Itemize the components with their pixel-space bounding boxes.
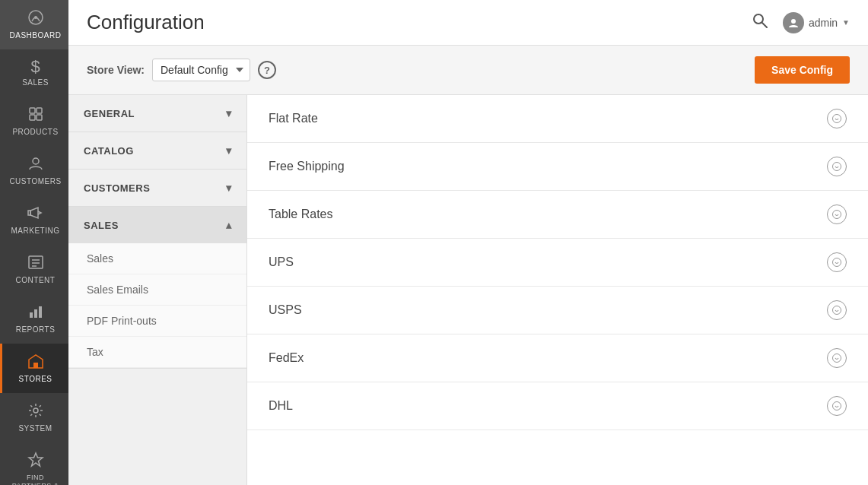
header-actions: admin ▼: [749, 10, 850, 35]
config-item-dhl[interactable]: DHL: [247, 382, 868, 430]
svg-point-15: [33, 408, 38, 413]
store-view-section: Store View: Default Config ?: [87, 59, 276, 81]
config-item-free-shipping[interactable]: Free Shipping: [247, 143, 868, 191]
system-icon: [27, 402, 44, 421]
sidebar-item-label: MARKETING: [11, 227, 60, 236]
nav-section-label: CATALOG: [84, 145, 134, 157]
nav-section-label: SALES: [84, 220, 119, 231]
chevron-down-icon: ▼: [842, 18, 850, 27]
config-item-label: FedEx: [269, 351, 304, 365]
chevron-down-icon: ▾: [226, 182, 232, 194]
svg-marker-16: [29, 453, 43, 466]
nav-subitem-sales-emails[interactable]: Sales Emails: [68, 274, 246, 306]
chevron-down-icon: ▾: [226, 144, 232, 157]
find-partners-icon: [27, 452, 44, 471]
sidebar-item-label: SALES: [22, 78, 49, 87]
nav-section-general: GENERAL ▾: [68, 95, 246, 132]
page-title: Configuration: [87, 11, 205, 34]
store-view-select[interactable]: Default Config: [152, 59, 250, 81]
svg-point-1: [34, 16, 37, 19]
nav-subitem-tax[interactable]: Tax: [68, 337, 246, 368]
reports-icon: [27, 303, 44, 322]
toolbar: Store View: Default Config ? Save Config: [68, 46, 868, 95]
expand-icon: [827, 204, 847, 224]
sidebar-item-content[interactable]: CONTENT: [0, 245, 68, 294]
right-panel: Flat Rate Free Shipping Table Rates UPS: [247, 95, 868, 485]
expand-icon: [827, 348, 847, 368]
customers-icon: [27, 155, 44, 174]
products-icon: [27, 106, 44, 125]
sidebar-item-system[interactable]: SYSTEM: [0, 393, 68, 442]
nav-subitem-sales[interactable]: Sales: [68, 243, 246, 274]
search-button[interactable]: [749, 10, 771, 35]
sidebar-item-label: SYSTEM: [18, 424, 52, 433]
svg-rect-2: [30, 108, 35, 113]
svg-rect-14: [33, 363, 38, 368]
dashboard-icon: [27, 9, 44, 28]
svg-point-6: [33, 158, 39, 164]
sidebar: DASHBOARD $ SALES PRODUCTS CUSTOMERS: [0, 0, 68, 485]
nav-section-header-sales[interactable]: SALES ▴: [68, 207, 246, 243]
sidebar-item-label: PRODUCTS: [12, 128, 58, 137]
nav-subitem-pdf-printouts[interactable]: PDF Print-outs: [68, 306, 246, 337]
config-item-flat-rate[interactable]: Flat Rate: [247, 95, 868, 143]
config-item-ups[interactable]: UPS: [247, 239, 868, 287]
nav-section-header-catalog[interactable]: CATALOG ▾: [68, 132, 246, 169]
stores-icon: [27, 353, 44, 372]
sidebar-item-find-partners[interactable]: FIND PARTNERS & EXTENSIONS: [0, 442, 68, 485]
admin-menu[interactable]: admin ▼: [783, 12, 850, 33]
svg-line-18: [762, 23, 767, 27]
sidebar-item-sales[interactable]: $ SALES: [0, 49, 68, 97]
config-item-label: USPS: [269, 303, 302, 317]
nav-section-label: GENERAL: [84, 108, 135, 119]
content-area: GENERAL ▾ CATALOG ▾ CUSTOMERS ▾ SALES: [68, 95, 868, 485]
svg-point-21: [833, 163, 841, 171]
config-item-fedex[interactable]: FedEx: [247, 334, 868, 382]
sidebar-item-reports[interactable]: REPORTS: [0, 294, 68, 344]
config-item-table-rates[interactable]: Table Rates: [247, 191, 868, 239]
chevron-down-icon: ▾: [226, 107, 232, 119]
nav-section-header-general[interactable]: GENERAL ▾: [68, 95, 246, 132]
sidebar-item-label: REPORTS: [16, 325, 56, 334]
sidebar-item-marketing[interactable]: MARKETING: [0, 195, 68, 245]
nav-section-header-customers[interactable]: CUSTOMERS ▾: [68, 170, 246, 206]
svg-point-25: [833, 354, 841, 363]
svg-rect-12: [34, 309, 37, 318]
svg-point-19: [791, 19, 796, 24]
config-item-label: Flat Rate: [269, 112, 318, 125]
sales-icon: $: [30, 59, 40, 75]
config-item-label: Free Shipping: [269, 160, 345, 173]
svg-point-20: [833, 115, 841, 123]
config-item-label: Table Rates: [269, 208, 333, 221]
svg-point-24: [833, 306, 841, 315]
content-icon: [27, 254, 44, 273]
sidebar-item-customers[interactable]: CUSTOMERS: [0, 146, 68, 195]
expand-icon: [827, 109, 847, 128]
chevron-up-icon: ▴: [226, 219, 232, 231]
header: Configuration admin ▼: [68, 0, 868, 46]
main-content: Configuration admin ▼: [68, 0, 868, 485]
svg-point-22: [833, 211, 841, 219]
nav-section-customers: CUSTOMERS ▾: [68, 170, 246, 207]
sidebar-item-dashboard[interactable]: DASHBOARD: [0, 0, 68, 49]
svg-rect-5: [37, 115, 42, 120]
avatar: [783, 12, 804, 33]
expand-icon: [827, 300, 847, 320]
config-item-label: UPS: [269, 255, 294, 269]
sidebar-item-products[interactable]: PRODUCTS: [0, 97, 68, 146]
save-config-button[interactable]: Save Config: [755, 56, 850, 84]
marketing-icon: [27, 204, 44, 223]
svg-rect-3: [37, 108, 42, 113]
svg-rect-11: [30, 312, 33, 318]
nav-section-sales: SALES ▴ Sales Sales Emails PDF Print-out…: [68, 207, 246, 369]
svg-point-23: [833, 258, 841, 267]
admin-label: admin: [809, 17, 838, 29]
store-view-label: Store View:: [87, 64, 145, 76]
config-item-label: DHL: [269, 399, 293, 413]
svg-point-17: [754, 14, 763, 24]
sidebar-item-label: CUSTOMERS: [9, 177, 61, 186]
help-icon[interactable]: ?: [258, 61, 276, 79]
sidebar-item-stores[interactable]: STORES: [0, 344, 68, 393]
svg-point-26: [833, 402, 841, 411]
config-item-usps[interactable]: USPS: [247, 287, 868, 334]
